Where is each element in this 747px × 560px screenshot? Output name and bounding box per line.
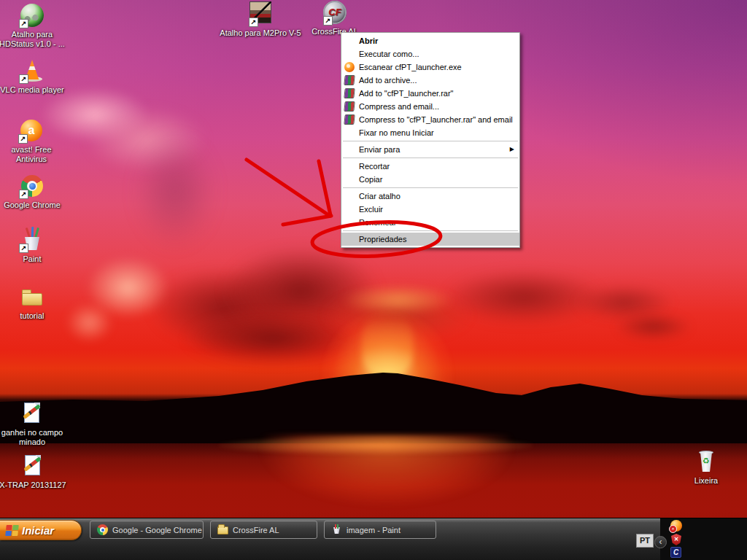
winrar-icon [344, 114, 355, 125]
menu-separator [343, 230, 518, 231]
security-shield-alert-tray-icon[interactable] [671, 534, 681, 545]
menu-item-compress-email[interactable]: Compress and email... [341, 100, 519, 113]
tray-collapse-chevron-icon[interactable] [654, 536, 667, 548]
cloud-shape [615, 314, 692, 340]
menu-item-label: Fixar no menu Iniciar [359, 128, 434, 137]
avast-ball-tray-icon[interactable] [670, 520, 682, 532]
menu-item-label: Compress and email... [359, 102, 439, 111]
recycle-bin-icon: ♻ [694, 449, 719, 474]
shortcut-arrow-icon [19, 135, 27, 143]
menu-item-label: Renomear [359, 218, 396, 227]
desktop-icon-ganhei[interactable]: ganhei no campo minado [0, 401, 67, 447]
windows-flag-icon [5, 525, 19, 536]
menu-item-label: Executar como... [359, 50, 419, 58]
menu-item-criar-atalho[interactable]: Criar atalho [341, 190, 519, 203]
taskbar-button-crossfire-folder[interactable]: CrossFire AL [210, 521, 317, 539]
m2pro-thumbnail-icon [248, 1, 273, 26]
desktop-icon-avast[interactable]: avast! Free Antivirus [0, 118, 63, 164]
recycle-glyph-icon: ♻ [694, 456, 719, 466]
desktop-icon-label: tutorial [4, 311, 60, 321]
menu-item-compress-to-rar-email[interactable]: Compress to "cfPT_launcher.rar" and emai… [341, 113, 519, 126]
desktop-icon-lixeira[interactable]: ♻ Lixeira [675, 449, 738, 486]
desktop-icon-label: avast! Free Antivirus [0, 145, 63, 164]
menu-item-excluir[interactable]: Excluir [341, 203, 519, 216]
taskbar-button-paint[interactable]: imagem - Paint [324, 521, 436, 539]
desktop-icon-xtrap[interactable]: X-TRAP 20131127 [0, 454, 68, 490]
paint-icon [20, 228, 44, 252]
desktop-icon-crossfire[interactable]: CrossFire AL [302, 0, 368, 36]
menu-item-label: Copiar [359, 175, 382, 184]
menu-item-label: Recortar [359, 162, 390, 171]
avast-icon [19, 118, 44, 143]
crossfire-logo-icon [322, 0, 347, 25]
image-file-icon [20, 401, 44, 426]
desktop-icon-label: Google Chrome [0, 201, 69, 210]
shortcut-arrow-icon [20, 75, 28, 83]
globe-icon [20, 3, 44, 28]
menu-item-label: Add to archive... [359, 76, 417, 85]
menu-item-label: Excluir [359, 205, 383, 214]
menu-separator [343, 187, 518, 188]
desktop-icon-label: Paint [3, 254, 61, 264]
taskbar-button-label: CrossFire AL [233, 526, 279, 534]
menu-item-fixar-iniciar[interactable]: Fixar no menu Iniciar [341, 126, 519, 139]
menu-item-add-to-archive[interactable]: Add to archive... [341, 74, 519, 87]
vlc-cone-icon [20, 58, 44, 83]
menu-item-label: Escanear cfPT_launcher.exe [359, 63, 462, 71]
taskbar-button-chrome[interactable]: Google - Google Chrome [90, 521, 204, 539]
desktop-icon-tutorial[interactable]: tutorial [4, 284, 60, 321]
desktop-icon-vlc[interactable]: VLC media player [0, 58, 70, 95]
menu-item-executar-como[interactable]: Executar como... [341, 47, 519, 61]
menu-separator [343, 141, 518, 141]
winrar-icon [344, 88, 355, 98]
menu-item-label: Criar atalho [359, 192, 400, 201]
image-file-icon [20, 454, 45, 478]
avast-c-tray-icon[interactable] [670, 547, 681, 558]
menu-item-abrir[interactable]: Abrir [341, 34, 519, 47]
desktop-icon-chrome[interactable]: Google Chrome [0, 174, 69, 210]
desktop-icon-hdstatus[interactable]: Atalho para HDStatus v1.0 - ... [0, 3, 66, 49]
menu-item-renomear[interactable]: Renomear [341, 216, 519, 229]
paint-icon [331, 524, 342, 535]
desktop-icon-m2pro[interactable]: Atalho para M2Pro V-5 [219, 1, 302, 38]
language-indicator[interactable]: PT [636, 534, 654, 548]
taskbar-button-label: imagem - Paint [347, 526, 400, 534]
shortcut-arrow-icon [324, 17, 332, 25]
desktop-icon-label: Lixeira [675, 476, 738, 486]
chrome-icon [20, 174, 44, 198]
menu-item-label: Enviar para [359, 145, 400, 154]
menu-item-label: Abrir [359, 36, 378, 45]
desktop-icon-label: VLC media player [0, 85, 70, 95]
menu-item-escanear[interactable]: Escanear cfPT_launcher.exe [341, 61, 519, 74]
desktop-icon-label: X-TRAP 20131127 [0, 481, 68, 490]
taskbar: Iniciar Google - Google Chrome CrossFire… [0, 518, 747, 560]
desktop-icon-label: Atalho para M2Pro V-5 [219, 28, 302, 38]
folder-icon [20, 284, 44, 309]
mountain-silhouette [0, 361, 747, 443]
menu-item-copiar[interactable]: Copiar [341, 173, 519, 186]
desktop-icon-label: Atalho para HDStatus v1.0 - ... [0, 30, 66, 49]
menu-item-add-to-rar[interactable]: Add to "cfPT_launcher.rar" [341, 87, 519, 100]
menu-item-label: Propriedades [359, 235, 406, 244]
desktop-icon-label: ganhei no campo minado [0, 428, 67, 447]
shortcut-arrow-icon [249, 18, 258, 26]
menu-item-label: Compress to "cfPT_launcher.rar" and emai… [359, 115, 513, 124]
menu-item-recortar[interactable]: Recortar [341, 160, 519, 173]
shortcut-arrow-icon [20, 190, 28, 198]
chrome-icon [97, 524, 108, 535]
menu-separator [343, 158, 518, 158]
avast-icon [344, 62, 355, 72]
winrar-icon [344, 75, 355, 85]
desktop-icon-paint[interactable]: Paint [3, 228, 61, 264]
shortcut-arrow-icon [20, 244, 28, 252]
desktop-screen: Atalho para HDStatus v1.0 - ... VLC medi… [0, 0, 747, 560]
start-button-label: Iniciar [22, 524, 54, 537]
menu-item-propriedades[interactable]: Propriedades [341, 233, 519, 246]
context-menu: Abrir Executar como... Escanear cfPT_lau… [341, 32, 520, 248]
water-horizon-band [219, 436, 533, 455]
winrar-icon [344, 101, 355, 112]
folder-icon [217, 526, 228, 534]
start-button[interactable]: Iniciar [0, 520, 82, 540]
shortcut-arrow-icon [20, 20, 28, 28]
menu-item-enviar-para[interactable]: Enviar para▶ [341, 143, 519, 156]
